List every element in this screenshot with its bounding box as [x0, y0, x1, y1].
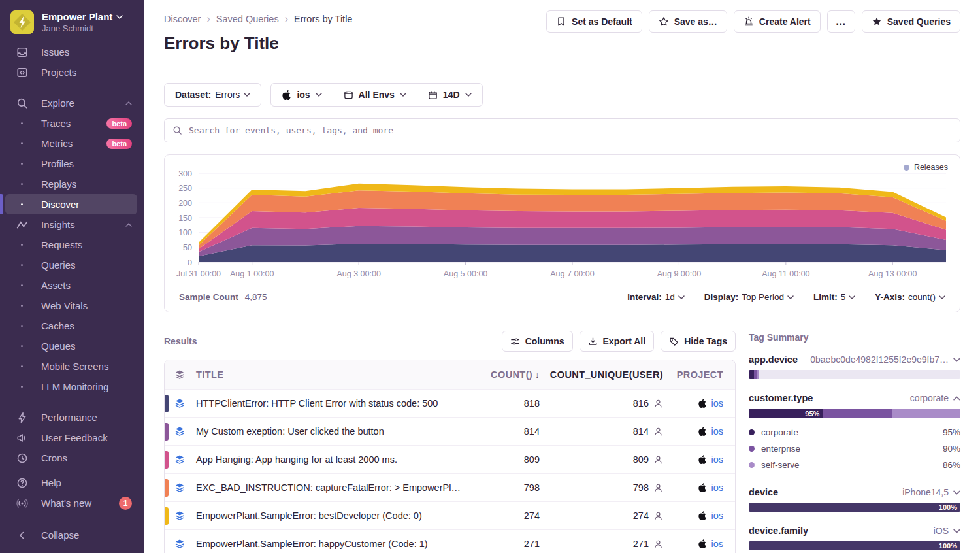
row-title[interactable]: App Hanging: App hanging for at least 20… [195, 454, 464, 465]
svg-text:Aug 7 00:00: Aug 7 00:00 [550, 269, 594, 278]
chevron-down-icon [116, 15, 123, 19]
tag-distribution-bar[interactable]: 100% [749, 541, 960, 550]
project-link[interactable]: ios [711, 454, 723, 465]
breadcrumb-saved-queries[interactable]: Saved Queries [216, 14, 279, 24]
create-alert-button[interactable]: Create Alert [734, 10, 821, 33]
table-row[interactable]: HTTPClientError: HTTP Client Error with … [165, 389, 735, 417]
org-name: Empower Plant [42, 11, 112, 22]
sidebar-item-llm-monitoring[interactable]: LLM Monitoring [5, 377, 137, 397]
sidebar-item-label: Requests [41, 239, 82, 250]
chart-legend[interactable]: Releases [904, 163, 948, 172]
saved-queries-button[interactable]: Saved Queries [862, 10, 960, 33]
tag-toggle[interactable]: customer.type corporate [749, 393, 960, 403]
sidebar-item-traces[interactable]: Tracesbeta [5, 113, 137, 133]
sidebar-item-mobile-screens[interactable]: Mobile Screens [5, 356, 137, 377]
sidebar-item-user-feedback[interactable]: User Feedback [5, 427, 137, 448]
table-row[interactable]: EmpowerPlant.SampleError: bestDeveloper … [165, 501, 735, 529]
sidebar-collapse-button[interactable]: Collapse [5, 525, 137, 545]
search-input[interactable] [189, 126, 952, 135]
sidebar-item-replays[interactable]: Replays [5, 174, 137, 194]
hide-tags-button[interactable]: Hide Tags [661, 331, 736, 352]
sidebar-item-requests[interactable]: Requests [5, 235, 137, 255]
sidebar-item-label: Profiles [41, 158, 74, 169]
set-as-default-button[interactable]: Set as Default [546, 10, 642, 33]
bullet-icon [21, 203, 23, 205]
tag-toggle[interactable]: device iPhone14,5 [749, 487, 960, 497]
more-options-button[interactable]: … [827, 10, 855, 33]
row-title[interactable]: EmpowerPlant.SampleError: bestDeveloper … [195, 511, 464, 521]
row-count-unique: 274 [633, 511, 649, 521]
sidebar-item-help[interactable]: Help [5, 473, 137, 493]
table-row[interactable]: EXC_BAD_INSTRUCTION: captureFatalError: … [165, 473, 735, 501]
project-link[interactable]: ios [711, 539, 723, 549]
export-all-button[interactable]: Export All [580, 331, 655, 352]
sidebar-item-metrics[interactable]: Metricsbeta [5, 133, 137, 154]
sidebar-item-assets[interactable]: Assets [5, 275, 137, 295]
project-link[interactable]: ios [711, 426, 723, 437]
limit-selector[interactable]: Limit:5 [813, 292, 855, 302]
row-title[interactable]: My Custom exeption: User clicked the but… [195, 426, 464, 437]
sidebar-item-queries[interactable]: Queries [5, 255, 137, 275]
sidebar-item-insights[interactable]: Insights [5, 214, 137, 235]
sidebar-item-crons[interactable]: Crons [5, 448, 137, 468]
row-title[interactable]: EXC_BAD_INSTRUCTION: captureFatalError: … [195, 482, 464, 493]
save-as-button[interactable]: Save as… [649, 10, 727, 33]
interval-selector[interactable]: Interval:1d [627, 292, 685, 302]
tag-toggle[interactable]: device.family iOS [749, 526, 960, 536]
sidebar-item-caches[interactable]: Caches [5, 316, 137, 336]
tag-distribution-bar[interactable]: 95% [749, 409, 960, 418]
sidebar-item-queues[interactable]: Queues [5, 336, 137, 356]
project-link[interactable]: ios [711, 511, 723, 521]
org-switcher[interactable]: Empower Plant Jane Schmidt [0, 0, 144, 42]
breadcrumb-discover[interactable]: Discover [164, 14, 201, 24]
date-range-selector[interactable]: 14D [417, 84, 482, 106]
row-title[interactable]: HTTPClientError: HTTP Client Error with … [195, 398, 464, 409]
bullet-icon [21, 386, 23, 388]
environment-selector[interactable]: All Envs [333, 84, 417, 106]
stacked-area-chart[interactable]: 050100150200250300Jul 31 00:00Aug 1 00:0… [165, 164, 960, 282]
sidebar-item-discover[interactable]: Discover [5, 194, 137, 214]
apple-icon [698, 427, 707, 436]
user-icon [653, 539, 663, 549]
row-count-unique: 814 [633, 426, 649, 437]
search-icon [16, 97, 28, 109]
sidebar-item-whats-new[interactable]: What's new1 [5, 493, 137, 513]
table-row[interactable]: My Custom exeption: User clicked the but… [165, 417, 735, 445]
tag-value-item[interactable]: enterprise 90% [749, 441, 960, 457]
display-selector[interactable]: Display:Top Period [704, 292, 794, 302]
row-title[interactable]: EmpowerPlant.SampleError: happyCustomer … [195, 539, 464, 549]
stack-icon[interactable] [165, 482, 195, 493]
project-link[interactable]: ios [711, 398, 723, 409]
stack-icon[interactable] [165, 398, 195, 409]
table-row[interactable]: App Hanging: App hanging for at least 20… [165, 445, 735, 473]
sidebar-item-performance[interactable]: Performance [5, 407, 137, 427]
project-selector[interactable]: ios [271, 84, 332, 106]
sidebar-item-issues[interactable]: Issues [5, 42, 137, 62]
tag-toggle[interactable]: app.device 0baebc0de4982f1255f2e9e9fb7… [749, 354, 960, 365]
project-link[interactable]: ios [711, 482, 723, 493]
sidebar-item-label: Queries [41, 260, 76, 271]
y-axis-selector[interactable]: Y-Axis:count() [875, 292, 945, 302]
tag-distribution-bar[interactable] [749, 370, 960, 379]
column-header-title[interactable]: TITLE [195, 369, 464, 380]
sidebar-item-profiles[interactable]: Profiles [5, 154, 137, 174]
row-count: 798 [464, 482, 542, 493]
stack-icon[interactable] [165, 511, 195, 521]
chart-panel: Releases 050100150200250300Jul 31 00:00A… [164, 154, 960, 312]
table-row[interactable]: EmpowerPlant.SampleError: happyCustomer … [165, 529, 735, 553]
stack-icon[interactable] [165, 539, 195, 549]
tag-value-item[interactable]: corporate 95% [749, 424, 960, 441]
column-header-count-unique[interactable]: COUNT_UNIQUE(USER) [542, 369, 663, 380]
stack-icon[interactable] [165, 426, 195, 437]
stack-icon[interactable] [165, 454, 195, 465]
sidebar-item-explore[interactable]: Explore [5, 93, 137, 113]
tag-distribution-bar[interactable]: 100% [749, 503, 960, 512]
series-color-chip [165, 507, 169, 525]
column-header-count[interactable]: COUNT()↓ [464, 369, 542, 380]
sidebar-item-web-vitals[interactable]: Web Vitals [5, 295, 137, 316]
column-header-project[interactable]: PROJECT [663, 369, 735, 380]
sidebar-item-projects[interactable]: Projects [5, 62, 137, 82]
columns-button[interactable]: Columns [502, 331, 573, 352]
tag-value-item[interactable]: self-serve 86% [749, 457, 960, 473]
dataset-selector[interactable]: Dataset: Errors [164, 83, 261, 107]
